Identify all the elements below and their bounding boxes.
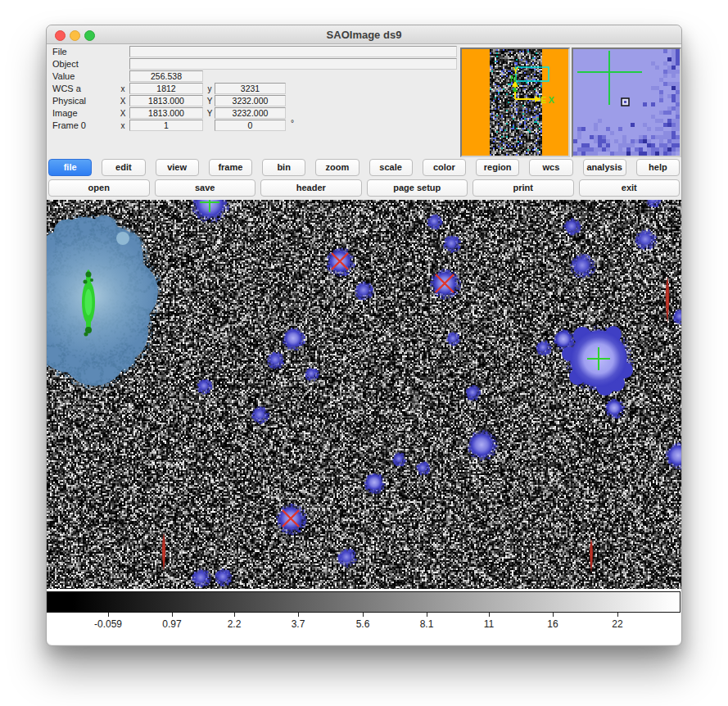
image-x-entry[interactable]: 1813.000 — [129, 107, 203, 119]
menu-region-button[interactable]: region — [476, 159, 519, 176]
axis-letter-1: X — [118, 109, 128, 118]
colorbar-section: -0.0590.972.23.75.68.1111622 — [47, 589, 681, 645]
window-title: SAOImage ds9 — [47, 25, 681, 43]
ds9-window: SAOImage ds9 FileObjectValue256.538WCS a… — [46, 25, 682, 646]
colorbar-tick-label: 2.2 — [228, 618, 242, 630]
colorbar-tick-label: 5.6 — [356, 618, 370, 630]
colorbar-tick — [617, 613, 618, 617]
compass-x-label: X — [549, 96, 554, 104]
wcs-a-y-entry[interactable]: 3231 — [215, 83, 286, 94]
axis-letter-1: x — [118, 84, 128, 93]
colorbar-tick-label: 22 — [612, 618, 622, 630]
menu-wcs-button[interactable]: wcs — [529, 159, 572, 176]
info-row-physical: PhysicalX1813.000Y3232.000 — [47, 96, 460, 106]
colorbar-tick-label: 0.97 — [162, 618, 181, 630]
menu-scale-button[interactable]: scale — [369, 159, 413, 176]
colorbar-tick-label: 16 — [547, 618, 558, 630]
info-row-image: ImageX1813.000Y3232.000 — [47, 108, 460, 119]
axis-letter-2: Y — [205, 97, 215, 106]
file-entry[interactable] — [129, 46, 457, 57]
menu-zoom-button[interactable]: zoom — [315, 159, 359, 176]
menu-help-button[interactable]: help — [636, 159, 680, 176]
colorbar-tick — [427, 613, 427, 617]
colorbar[interactable] — [47, 591, 681, 613]
image-y-entry[interactable]: 3232.000 — [215, 107, 286, 119]
info-label-image: Image — [52, 108, 78, 118]
info-label-physical: Physical — [52, 96, 86, 106]
colorbar-tick — [234, 613, 235, 617]
colorbar-tick — [489, 613, 490, 617]
file-menu-shortcuts: opensaveheaderpage setupprintexit — [48, 179, 680, 197]
info-row-wcs-a: WCS ax1812y3231 — [47, 84, 460, 94]
menu-frame-button[interactable]: frame — [209, 159, 252, 176]
info-row-object: Object — [47, 59, 460, 70]
axis-letter-1: x — [118, 121, 128, 130]
info-row-frame-0: Frame 0x10° — [47, 120, 460, 131]
axis-letter-2: y — [205, 84, 215, 93]
info-label-value: Value — [52, 71, 75, 81]
menu-analysis-button[interactable]: analysis — [583, 159, 626, 176]
frame-0-x-entry[interactable]: 1 — [129, 120, 203, 131]
open-button[interactable]: open — [48, 179, 150, 197]
info-label-frame-0: Frame 0 — [52, 120, 86, 130]
value-x-entry[interactable]: 256.538 — [129, 70, 203, 82]
title-bar[interactable]: SAOImage ds9 — [47, 25, 681, 44]
menu-edit-button[interactable]: edit — [102, 159, 145, 176]
menu-color-button[interactable]: color — [423, 159, 466, 176]
menu-bar: fileeditviewframebinzoomscalecolorregion… — [48, 159, 680, 176]
degree-symbol: ° — [291, 119, 294, 128]
info-label-file: File — [52, 47, 67, 57]
frame-0-y-entry[interactable]: 0 — [215, 120, 286, 131]
menu-view-button[interactable]: view — [156, 159, 199, 176]
info-label-wcs-a: WCS a — [52, 84, 81, 93]
print-button[interactable]: print — [473, 179, 574, 197]
desktop: SAOImage ds9 FileObjectValue256.538WCS a… — [0, 0, 728, 706]
info-label-object: Object — [52, 59, 79, 69]
main-image-canvas[interactable] — [47, 200, 681, 589]
info-row-value: Value256.538 — [47, 71, 460, 82]
page-setup-button[interactable]: page setup — [367, 179, 468, 197]
colorbar-tick — [108, 613, 109, 617]
axis-letter-1: X — [118, 97, 128, 106]
axis-letter-2: Y — [205, 109, 215, 118]
physical-y-entry[interactable]: 3232.000 — [215, 95, 286, 106]
colorbar-tick — [298, 613, 299, 617]
colorbar-tick — [172, 613, 173, 617]
menu-file-button[interactable]: file — [48, 159, 92, 176]
colorbar-tick — [363, 613, 364, 617]
colorbar-tick-label: 11 — [484, 618, 494, 630]
magnifier-panel[interactable] — [572, 48, 681, 157]
save-button[interactable]: save — [155, 179, 256, 197]
compass-e-label: E — [540, 96, 546, 104]
colorbar-tick-label: 8.1 — [420, 618, 434, 630]
info-row-file: File — [47, 47, 460, 57]
compass-n-label: N — [510, 75, 517, 83]
panner-panel[interactable]: Y N E X — [460, 48, 570, 157]
colorbar-tick — [553, 613, 554, 617]
wcs-a-x-entry[interactable]: 1812 — [129, 83, 203, 94]
menu-bin-button[interactable]: bin — [262, 159, 305, 176]
colorbar-tick-label: 3.7 — [292, 618, 305, 630]
object-entry[interactable] — [129, 58, 457, 70]
physical-x-entry[interactable]: 1813.000 — [129, 95, 203, 106]
magnifier-canvas[interactable] — [573, 49, 680, 156]
header-button[interactable]: header — [260, 179, 362, 197]
exit-button[interactable]: exit — [579, 179, 681, 197]
colorbar-tick-label: -0.059 — [94, 618, 122, 630]
